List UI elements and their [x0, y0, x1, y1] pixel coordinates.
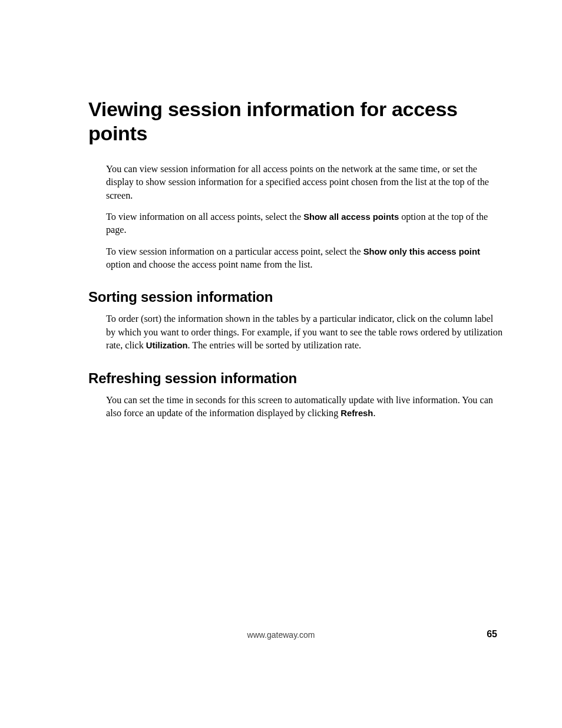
text: To view information on all access points…: [106, 212, 303, 222]
sorting-block: To order (sort) the information shown in…: [106, 312, 503, 352]
text: . The entries will be sorted by utilizat…: [188, 340, 362, 351]
ui-label: Show all access points: [303, 212, 399, 222]
text: To view session information on a particu…: [106, 246, 363, 257]
paragraph: You can view session information for all…: [106, 163, 503, 202]
text: option and choose the access point name …: [106, 259, 313, 270]
document-page: Viewing session information for access p…: [0, 0, 562, 728]
refreshing-block: You can set the time in seconds for this…: [106, 394, 503, 420]
page-title: Viewing session information for access p…: [88, 97, 503, 146]
text: .: [373, 408, 375, 419]
footer-url: www.gateway.com: [0, 630, 562, 640]
ui-label: Show only this access point: [363, 247, 480, 256]
ui-label: Utilization: [146, 341, 188, 350]
page-number: 65: [487, 629, 497, 640]
section-heading-sorting: Sorting session information: [88, 289, 503, 305]
paragraph: You can set the time in seconds for this…: [106, 394, 503, 420]
intro-block: You can view session information for all…: [106, 163, 503, 272]
text: You can set the time in seconds for this…: [106, 395, 493, 419]
paragraph: To view information on all access points…: [106, 210, 503, 237]
paragraph: To view session information on a particu…: [106, 245, 503, 272]
paragraph: To order (sort) the information shown in…: [106, 312, 503, 352]
ui-label: Refresh: [340, 409, 373, 418]
section-heading-refreshing: Refreshing session information: [88, 370, 503, 387]
text: You can view session information for all…: [106, 164, 489, 201]
